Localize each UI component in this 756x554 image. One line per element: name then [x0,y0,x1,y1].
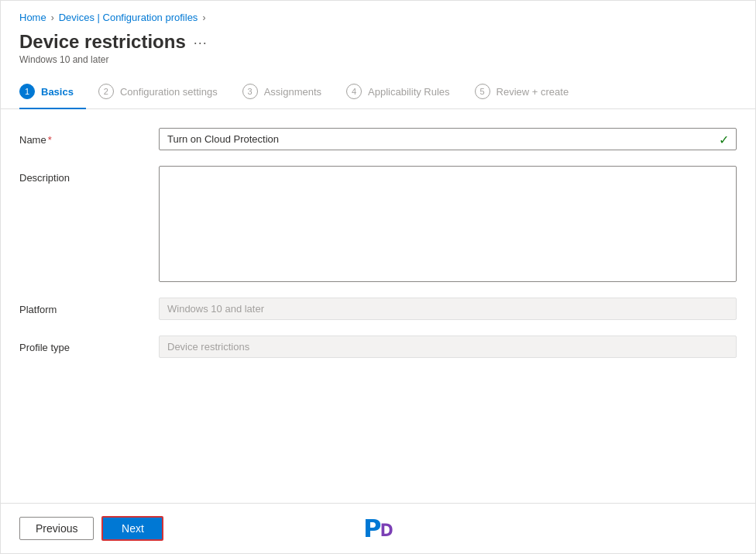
tab-basics[interactable]: 1 Basics [19,74,86,108]
name-required: * [48,134,52,146]
platform-label: Platform [19,298,159,315]
tab-label-basics: Basics [41,86,74,98]
tab-num-3: 3 [242,84,258,99]
tab-applicability-rules[interactable]: 4 Applicability Rules [334,74,462,108]
form-content: Name* ✓ Description Platform Profile typ… [1,109,755,503]
description-row: Description [19,166,737,282]
profile-type-row: Profile type [19,335,737,358]
breadcrumb-home[interactable]: Home [19,12,46,23]
page-header: Device restrictions ··· Windows 10 and l… [1,28,755,74]
name-input[interactable] [159,128,737,150]
profile-type-input [159,335,737,358]
logo-d: ᴅ [380,516,393,542]
breadcrumb-sep-1: › [51,12,54,23]
tab-label-assignments: Assignments [264,86,321,98]
check-icon: ✓ [719,132,729,146]
page-container: Home › Devices | Configuration profiles … [0,0,756,554]
breadcrumb: Home › Devices | Configuration profiles … [1,1,755,28]
platform-input [159,298,737,320]
tab-label-config: Configuration settings [120,86,218,98]
tab-label-review: Review + create [497,86,569,98]
tab-num-1: 1 [19,84,35,99]
platform-field-container [159,298,737,320]
tab-num-2: 2 [98,84,114,99]
tab-num-5: 5 [475,84,490,99]
footer-logo: 𝗣 ᴅ [363,516,393,542]
profile-type-field-container [159,335,737,358]
wizard-tabs: 1 Basics 2 Configuration settings 3 Assi… [1,74,755,109]
page-subtitle: Windows 10 and later [19,54,737,65]
tab-configuration-settings[interactable]: 2 Configuration settings [86,74,230,108]
previous-button[interactable]: Previous [19,517,94,540]
footer: Previous Next 𝗣 ᴅ [1,503,755,553]
more-options-button[interactable]: ··· [194,35,208,51]
breadcrumb-sep-2: › [202,12,205,23]
platform-row: Platform [19,298,737,320]
name-label: Name* [19,128,159,146]
page-title: Device restrictions [19,31,186,53]
description-field-container [159,166,737,282]
tab-assignments[interactable]: 3 Assignments [230,74,334,108]
tab-label-applicability: Applicability Rules [368,86,450,98]
description-input[interactable] [159,166,737,282]
breadcrumb-devices[interactable]: Devices | Configuration profiles [59,12,198,23]
logo-p: 𝗣 [363,516,381,541]
description-label: Description [19,166,159,184]
name-row: Name* ✓ [19,128,737,150]
next-button[interactable]: Next [101,516,163,541]
name-field-container: ✓ [159,128,737,150]
profile-type-label: Profile type [19,335,159,353]
tab-review-create[interactable]: 5 Review + create [462,74,582,108]
tab-num-4: 4 [346,84,362,99]
